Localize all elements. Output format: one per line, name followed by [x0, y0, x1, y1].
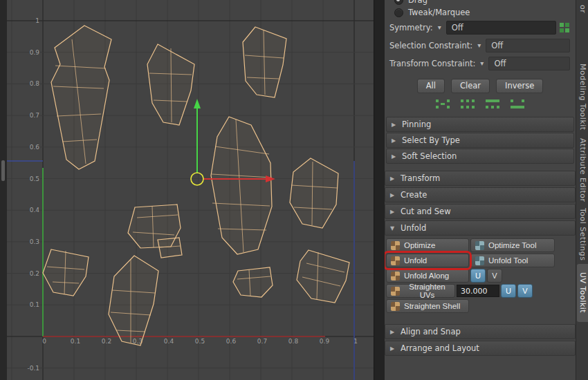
- section-transform-label: Transform: [401, 173, 440, 183]
- straighten-uvs-button[interactable]: Straighten UVs: [386, 284, 455, 298]
- section-align-and-snap[interactable]: ▶ Align and Snap: [385, 324, 576, 339]
- section-unfold-label: Unfold: [401, 223, 426, 233]
- y-tick-label: 0.7: [30, 112, 39, 119]
- section-create-label: Create: [401, 190, 427, 200]
- y-tick-label: 0.2: [30, 270, 39, 277]
- unfold-along-button[interactable]: Unfold Along: [386, 269, 469, 283]
- tab-partial[interactable]: or: [577, 0, 588, 18]
- symmetry-label: Symmetry:: [389, 23, 433, 32]
- y-tick-label: 1: [35, 17, 39, 24]
- section-arrange-and-layout[interactable]: ▶ Arrange and Layout: [385, 341, 576, 356]
- symmetry-value-field[interactable]: Off: [446, 21, 556, 35]
- expanded-arrow-icon: ▼: [390, 225, 396, 231]
- collapsed-arrow-icon: ▶: [390, 329, 396, 335]
- select-all-button[interactable]: All: [417, 79, 445, 93]
- straighten-shell-icon: [391, 302, 400, 311]
- tweak-marquee-option-row[interactable]: Tweak/Marquee: [385, 6, 576, 19]
- x-tick-label: 0: [42, 338, 46, 345]
- unfold-tool-icon: [475, 256, 484, 265]
- tweak-marquee-radio[interactable]: [394, 8, 403, 17]
- align-uv-icon-4[interactable]: [511, 99, 524, 108]
- section-transform[interactable]: ▶ Transform: [385, 171, 576, 186]
- y-tick-label: 0.6: [30, 144, 40, 151]
- uv-shell[interactable]: [158, 238, 182, 258]
- selection-constraint-label: Selection Constraint:: [389, 41, 472, 50]
- sidebar-tabstrip: or Modeling Toolkit Attribute Editor Too…: [576, 0, 588, 380]
- drag-label: Drag: [408, 0, 428, 5]
- uv-align-icons-row: [385, 97, 576, 110]
- section-select-by-type-label: Select By Type: [402, 135, 460, 145]
- maya-uv-editor-window: 10.90.80.70.60.50.40.30.20.1-0.100.10.20…: [0, 0, 588, 380]
- optimize-button[interactable]: Optimize: [386, 238, 469, 252]
- x-tick-label: 0.4: [164, 338, 174, 345]
- section-arrange-and-layout-label: Arrange and Layout: [401, 343, 479, 353]
- selection-constraint-value-field[interactable]: Off: [486, 39, 570, 53]
- section-cut-and-sew[interactable]: ▶ Cut and Sew: [385, 204, 576, 219]
- select-clear-button[interactable]: Clear: [451, 79, 490, 93]
- straighten-shell-button[interactable]: Straighten Shell: [386, 299, 469, 313]
- section-pinning-label: Pinning: [402, 120, 431, 129]
- y-tick-label: -0.1: [27, 365, 39, 372]
- straighten-u-button[interactable]: U: [501, 284, 516, 298]
- uv-editor-viewport[interactable]: 10.90.80.70.60.50.40.30.20.1-0.100.10.20…: [0, 0, 374, 380]
- align-uv-icon-1[interactable]: [436, 99, 450, 108]
- unfold-along-label: Unfold Along: [404, 272, 449, 280]
- section-soft-selection[interactable]: ▶ Soft Selection: [386, 149, 574, 164]
- x-tick-label: 1: [353, 338, 358, 345]
- collapsed-arrow-icon: ▶: [390, 209, 396, 215]
- collapsed-arrow-icon: ▶: [390, 175, 396, 182]
- align-uv-icon-2[interactable]: [461, 99, 475, 108]
- x-tick-label: 0.5: [195, 338, 205, 345]
- left-scrollbar-handle[interactable]: [1, 160, 5, 181]
- x-tick-label: 0.7: [257, 338, 267, 345]
- y-tick-label: 0.9: [30, 49, 40, 56]
- section-cut-and-sew-label: Cut and Sew: [401, 207, 451, 216]
- collapsed-arrow-icon: ▶: [390, 192, 396, 198]
- section-select-by-type[interactable]: ▶ Select By Type: [386, 133, 574, 148]
- align-uv-icon-3[interactable]: [486, 99, 499, 108]
- unfold-tool-label: Unfold Tool: [488, 256, 528, 265]
- optimize-label: Optimize: [404, 241, 435, 249]
- y-tick-label: 0.3: [30, 238, 39, 245]
- tab-attribute-editor[interactable]: Attribute Editor: [577, 135, 588, 205]
- section-create[interactable]: ▶ Create: [385, 187, 576, 202]
- optimize-tool-button[interactable]: Optimize Tool: [470, 238, 555, 252]
- unfold-along-u-button[interactable]: U: [470, 269, 486, 283]
- tab-modeling-toolkit[interactable]: Modeling Toolkit: [577, 61, 588, 133]
- unfold-section-body: Optimize Optimize Tool Unfold Unfold Too…: [385, 236, 576, 313]
- select-inverse-button[interactable]: Inverse: [496, 79, 543, 93]
- tab-tool-settings[interactable]: Tool Settings: [577, 207, 588, 261]
- unfold-along-icon: [391, 272, 400, 281]
- x-tick-label: 0.2: [102, 338, 111, 345]
- tab-uv-toolkit[interactable]: UV Toolkit: [577, 264, 588, 322]
- straighten-angle-input[interactable]: [457, 285, 499, 297]
- x-tick-label: 0.9: [320, 338, 330, 345]
- y-tick-label: 0.1: [30, 301, 39, 308]
- section-soft-selection-label: Soft Selection: [402, 151, 457, 161]
- optimize-tool-label: Optimize Tool: [488, 241, 536, 249]
- transform-constraint-value-field[interactable]: Off: [488, 57, 570, 70]
- optimize-tool-icon: [475, 241, 484, 250]
- selection-constraint-dropdown-icon[interactable]: ▾: [477, 42, 481, 49]
- unfold-icon: [391, 256, 400, 265]
- straighten-shell-label: Straighten Shell: [404, 302, 460, 310]
- section-pinning[interactable]: ▶ Pinning: [386, 117, 574, 132]
- x-tick-label: 0.8: [288, 338, 299, 345]
- symmetry-row: Symmetry: ▾ Off: [385, 19, 576, 37]
- unfold-button[interactable]: Unfold: [386, 254, 469, 267]
- drag-radio[interactable]: [394, 0, 403, 5]
- section-unfold[interactable]: ▼ Unfold: [385, 220, 576, 236]
- collapsed-arrow-icon: ▶: [390, 345, 396, 352]
- symmetry-dropdown-icon[interactable]: ▾: [438, 24, 441, 31]
- collapsed-arrow-icon: ▶: [392, 122, 397, 128]
- straighten-v-button[interactable]: V: [517, 284, 533, 298]
- selection-buttons-row: All Clear Inverse: [385, 78, 576, 93]
- unfold-tool-button[interactable]: Unfold Tool: [470, 254, 555, 267]
- x-tick-label: 0.6: [226, 338, 237, 345]
- section-align-and-snap-label: Align and Snap: [401, 327, 461, 336]
- drag-option-row[interactable]: Drag: [385, 0, 576, 6]
- unfold-along-v-button[interactable]: V: [487, 269, 502, 283]
- uv-grid-icon[interactable]: [559, 22, 570, 33]
- optimize-icon: [391, 241, 400, 250]
- transform-constraint-dropdown-icon[interactable]: ▾: [480, 60, 484, 67]
